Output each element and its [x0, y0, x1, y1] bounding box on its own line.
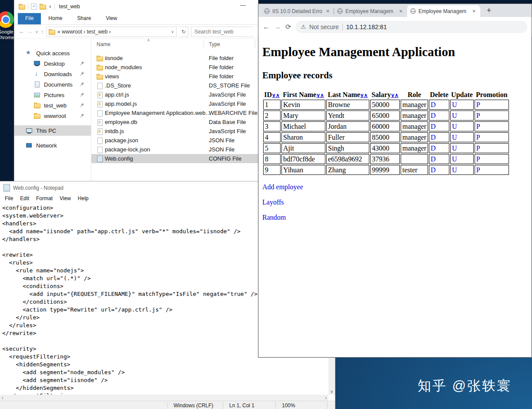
column-header-name[interactable]: Name — [97, 41, 110, 47]
sort-desc-link[interactable]: ∨ — [316, 92, 320, 98]
row-delete-link[interactable]: D — [431, 144, 436, 152]
properties-check-icon[interactable]: ✓ — [31, 3, 37, 10]
row-update-link[interactable]: U — [452, 112, 457, 119]
scroll-right-icon[interactable]: › — [325, 396, 327, 400]
sidebar-item-wwwroot[interactable]: wwwroot — [14, 111, 91, 121]
file-row[interactable]: employee.dbData Base File — [91, 117, 258, 127]
sort-asc-link[interactable]: ∧ — [276, 92, 280, 98]
row-promotion-link[interactable]: P — [476, 112, 480, 119]
row-update-link[interactable]: U — [452, 144, 457, 152]
row-promotion-link[interactable]: P — [476, 155, 480, 163]
sort-desc-link[interactable]: ∨ — [360, 92, 364, 98]
file-row[interactable]: viewsFile folder — [91, 72, 258, 81]
back-icon[interactable]: ← — [19, 28, 24, 35]
row-delete-link[interactable]: D — [431, 155, 436, 163]
sidebar-item-downloads[interactable]: Downloads — [14, 69, 91, 79]
row-promotion-link[interactable]: P — [476, 123, 480, 130]
file-row[interactable]: node_modulesFile folder — [91, 63, 258, 72]
address-omnibox[interactable]: ⚠ Not secure 10.1.12.182:81 — [295, 21, 527, 33]
sort-asc-link[interactable]: ∧ — [395, 92, 398, 98]
file-row[interactable]: Web.configCONFIG File — [91, 154, 258, 163]
address-bar[interactable]: « wwwroot › test_web › ∨ — [46, 27, 177, 37]
menu-edit[interactable]: Edit — [17, 194, 33, 203]
row-promotion-link[interactable]: P — [476, 144, 480, 152]
page-link-add-employee[interactable]: Add employee — [262, 183, 303, 191]
tab-close-icon[interactable]: × — [471, 8, 477, 14]
explorer-tab-home[interactable]: Home — [41, 13, 70, 24]
sort-desc-link[interactable]: ∨ — [391, 92, 395, 98]
row-promotion-link[interactable]: P — [476, 101, 480, 108]
row-update-link[interactable]: U — [452, 101, 457, 108]
menu-view[interactable]: View — [56, 194, 74, 203]
scroll-down-icon[interactable]: ∨ — [328, 389, 335, 394]
forward-icon[interactable]: → — [274, 23, 281, 31]
page-link-layoffs[interactable]: Layoffs — [262, 198, 284, 206]
menu-file[interactable]: File — [1, 194, 17, 203]
browser-tab-2[interactable]: Employee Managem× — [334, 5, 407, 17]
row-delete-link[interactable]: D — [431, 112, 436, 119]
sidebar-item-documents[interactable]: Documents — [14, 79, 91, 90]
menu-help[interactable]: Help — [74, 194, 92, 203]
column-header-type[interactable]: Type — [209, 41, 220, 47]
sidebar-item-pictures[interactable]: Pictures — [14, 90, 91, 100]
explorer-tab-file[interactable]: File — [18, 13, 41, 24]
minimize-button[interactable]: — — [240, 2, 246, 8]
browser-tab-3[interactable]: Employee Managem× — [407, 5, 480, 17]
explorer-tab-view[interactable]: View — [98, 13, 124, 24]
address-dropdown-icon[interactable]: ∨ — [171, 30, 174, 34]
new-tab-button[interactable]: + — [483, 4, 495, 17]
row-delete-link[interactable]: D — [431, 123, 436, 130]
file-row[interactable]: app.model.jsJavaScript File — [91, 99, 258, 108]
sidebar-item-label: Network — [36, 142, 57, 149]
column-divider[interactable] — [204, 40, 204, 48]
row-delete-link[interactable]: D — [431, 101, 436, 108]
reload-icon[interactable]: ⟳ — [285, 23, 291, 31]
row-delete-link[interactable]: D — [431, 166, 436, 174]
scroll-left-icon[interactable]: ‹ — [2, 396, 3, 400]
qat-customize-icon[interactable]: ∨ — [49, 4, 52, 9]
horizontal-scrollbar[interactable]: ‹ › — [0, 395, 328, 401]
page-link-random[interactable]: Random — [262, 214, 286, 221]
sidebar-item-this-pc[interactable]: This PC — [14, 125, 91, 136]
refresh-button[interactable]: ↻ — [179, 27, 188, 37]
file-row[interactable]: initdb.jsJavaScript File — [91, 127, 258, 136]
sort-desc-link[interactable]: ∨ — [272, 92, 276, 98]
file-row[interactable]: app.ctrl.jsJavaScript File — [91, 90, 258, 99]
column-divider[interactable] — [255, 40, 255, 48]
file-row[interactable]: .DS_StoreDS_STORE File — [91, 81, 258, 90]
row-update-link[interactable]: U — [452, 134, 457, 141]
tab-close-icon[interactable]: × — [398, 8, 404, 14]
file-row[interactable]: Employee Management Application.web…WEBA… — [91, 108, 258, 117]
breadcrumb[interactable]: « wwwroot › test_web › — [57, 29, 169, 35]
warning-icon[interactable]: ⚠ — [301, 23, 306, 30]
row-update-link[interactable]: U — [452, 166, 457, 174]
tab-strip: IIS 10.0 Detailed Erro×Employee Managem×… — [258, 4, 532, 17]
row-promotion-link[interactable]: P — [476, 166, 480, 174]
file-row[interactable]: iisnodeFile folder — [91, 54, 258, 63]
forward-icon[interactable]: → — [27, 28, 33, 35]
back-icon[interactable]: ← — [263, 23, 270, 31]
browser-tab-1[interactable]: IIS 10.0 Detailed Erro× — [261, 5, 334, 17]
sidebar-item-quick-access[interactable]: Quick access — [14, 48, 91, 58]
file-row[interactable]: package-lock.jsonJSON File — [91, 145, 258, 154]
history-dropdown-icon[interactable]: ∨ — [35, 30, 38, 34]
row-update-link[interactable]: U — [452, 155, 457, 163]
row-update-link[interactable]: U — [452, 123, 457, 130]
sidebar-item-test-web[interactable]: test_web — [14, 100, 91, 111]
file-row[interactable]: package.jsonJSON File — [91, 136, 258, 145]
sort-asc-link[interactable]: ∧ — [364, 92, 368, 98]
up-icon[interactable]: ↑ — [41, 28, 44, 35]
search-input[interactable] — [191, 27, 259, 37]
new-folder-icon[interactable] — [40, 4, 46, 9]
sidebar-item-network[interactable]: Network — [14, 140, 91, 151]
tab-close-icon[interactable]: × — [325, 8, 331, 14]
security-label[interactable]: Not secure — [309, 23, 339, 30]
menu-format[interactable]: Format — [33, 194, 56, 203]
sort-asc-link[interactable]: ∧ — [320, 92, 324, 98]
row-promotion-link[interactable]: P — [476, 134, 480, 141]
url-text[interactable]: 10.1.12.182:81 — [346, 23, 387, 30]
cell-update: U — [450, 165, 474, 175]
explorer-tab-share[interactable]: Share — [70, 13, 98, 24]
sidebar-item-desktop[interactable]: Desktop — [14, 58, 91, 69]
row-delete-link[interactable]: D — [431, 134, 436, 141]
